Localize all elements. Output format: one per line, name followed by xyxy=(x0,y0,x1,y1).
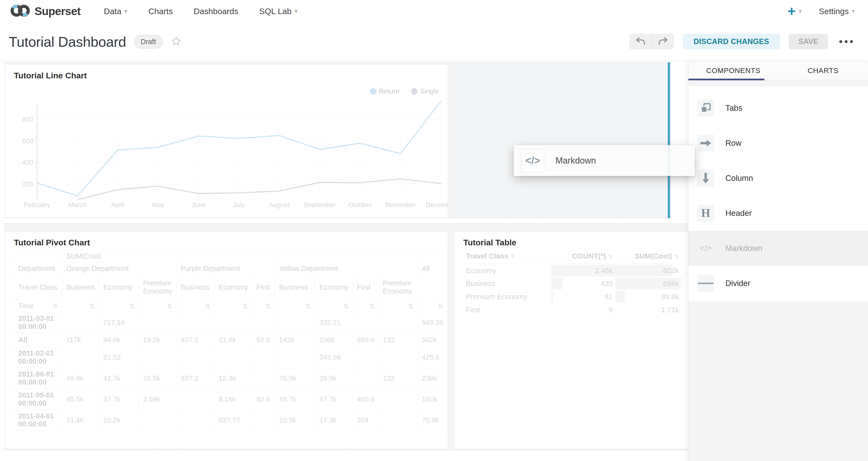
sort-icon[interactable]: ⇅ xyxy=(438,302,443,310)
new-item-button[interactable]: + ▾ xyxy=(787,4,802,18)
pivot-chart-card[interactable]: Tutorial Pivot Chart SUM(Cost)Department… xyxy=(4,231,448,449)
column-header-travel-class[interactable]: Travel Class⇅ xyxy=(463,248,551,264)
dashboard-header: Tutorial Dashboard Draft xyxy=(0,22,868,61)
pivot-sort-cell: ⇅ xyxy=(379,300,418,312)
pivot-value-cell xyxy=(353,368,379,389)
redo-button[interactable] xyxy=(652,34,674,50)
pivot-value-cell: 15.2k xyxy=(99,410,139,431)
settings-menu[interactable]: Settings▾ xyxy=(819,7,855,16)
sort-icon[interactable]: ⇅ xyxy=(129,302,135,310)
legend-item-single[interactable]: Single xyxy=(411,87,439,95)
nav-item-dashboards[interactable]: Dashboards xyxy=(194,7,238,16)
pivot-value-cell: 549.35 xyxy=(417,312,447,333)
column-header-count-[interactable]: COUNT(*)⇅ xyxy=(551,248,615,264)
undo-button[interactable] xyxy=(629,34,652,50)
pivot-column-header: Business xyxy=(275,275,315,300)
save-button[interactable]: SAVE xyxy=(789,34,828,50)
pivot-value-cell xyxy=(275,347,315,368)
pivot-value-cell xyxy=(252,347,275,368)
svg-text:February: February xyxy=(24,201,50,209)
pivot-value-cell: 332.21 xyxy=(315,312,353,333)
sidebar-item-divider[interactable]: Divider xyxy=(688,266,868,301)
drag-preview-markdown[interactable]: </> Markdown xyxy=(514,145,695,176)
top-navbar: Superset Data▾ Charts Dashboards SQL Lab… xyxy=(0,0,868,22)
pivot-row: All117k94.9k19.2k937.221.4k92.6142k106k6… xyxy=(14,333,447,347)
pivot-sort-cell: ⇅ xyxy=(353,300,379,312)
pivot-value-cell: 19.2k xyxy=(139,333,177,347)
nav-item-data[interactable]: Data▾ xyxy=(104,7,127,16)
star-icon[interactable] xyxy=(170,35,182,48)
line-chart-card[interactable]: Tutorial Line Chart FebruaryMarchAprilMa… xyxy=(4,64,448,218)
markdown-icon: </> xyxy=(697,240,714,257)
svg-text:600: 600 xyxy=(22,137,33,145)
nav-item-charts[interactable]: Charts xyxy=(149,7,173,16)
pivot-value-cell: 106k xyxy=(315,333,353,347)
sort-icon[interactable]: ⇅ xyxy=(243,302,248,310)
legend-item-return[interactable]: Return xyxy=(370,87,399,95)
ellipsis-icon[interactable] xyxy=(837,38,855,45)
pivot-value-cell: 425.5 xyxy=(417,347,447,368)
table-chart-grid: Travel Class⇅COUNT(*)⇅SUM(Cost)⇅Economy2… xyxy=(463,248,681,316)
pivot-column-header: Economy xyxy=(99,275,139,300)
plus-icon: + xyxy=(787,4,796,18)
sidebar-item-label: Column xyxy=(725,174,753,183)
sort-icon[interactable]: ⇅ xyxy=(205,302,211,310)
pivot-column-header: Economy xyxy=(214,275,252,300)
sidebar-item-tabs[interactable]: Tabs xyxy=(688,91,868,126)
pivot-value-cell xyxy=(353,347,379,368)
brand-name: Superset xyxy=(35,5,81,18)
nav-item-sql-lab[interactable]: SQL Lab▾ xyxy=(259,7,298,16)
table-chart-card[interactable]: Tutorial Table Travel Class⇅COUNT(*)⇅SUM… xyxy=(454,231,688,449)
sidebar-item-label: Row xyxy=(725,139,741,148)
sidebar-item-header[interactable]: HHeader xyxy=(688,196,868,231)
dashboard-row-1[interactable]: Tutorial Line Chart FebruaryMarchAprilMa… xyxy=(4,62,671,218)
sort-icon[interactable]: ⇅ xyxy=(305,302,311,310)
pivot-value-cell xyxy=(62,347,99,368)
tab-components[interactable]: COMPONENTS xyxy=(688,61,778,80)
pivot-value-cell: 132 xyxy=(379,333,418,347)
sidebar-strip xyxy=(688,80,868,87)
sort-icon[interactable]: ⇅ xyxy=(369,302,375,310)
sort-icon[interactable]: ⇅ xyxy=(167,302,173,310)
pivot-value-cell: 142k xyxy=(275,333,315,347)
pivot-sort-cell: ⇅ xyxy=(275,300,315,312)
pivot-column-header: First xyxy=(252,275,275,300)
svg-text:</>: </> xyxy=(700,243,712,253)
svg-text:May: May xyxy=(152,201,164,209)
pivot-value-cell: 41.7k xyxy=(99,368,139,389)
dashboard-row-2[interactable]: Tutorial Pivot Chart SUM(Cost)Department… xyxy=(4,223,688,450)
column-header-sum-cost-[interactable]: SUM(Cost)⇅ xyxy=(615,248,681,264)
pivot-value-cell: 15.9k xyxy=(275,410,315,431)
pivot-group-header: Yellow Department xyxy=(275,263,417,275)
sidebar-item-markdown[interactable]: </>Markdown xyxy=(688,231,868,266)
chart-legend: ReturnSingle xyxy=(370,87,439,95)
sidebar-item-column[interactable]: Column xyxy=(688,161,868,196)
discard-changes-button[interactable]: DISCARD CHANGES xyxy=(683,34,780,50)
sort-icon[interactable]: ⇅ xyxy=(265,302,271,310)
legend-label: Return xyxy=(379,87,399,95)
tabs-icon xyxy=(697,99,714,117)
pivot-group-header: Purple Department xyxy=(177,263,275,275)
pivot-value-cell xyxy=(252,368,275,389)
pivot-value-cell: 927.77 xyxy=(214,410,252,431)
pivot-row-label: 2011-04-01 00:00:00 xyxy=(14,410,62,431)
pivot-value-cell xyxy=(139,312,177,333)
pivot-value-cell: 204 xyxy=(353,410,379,431)
pivot-sort-cell: ⇅ xyxy=(315,300,353,312)
pivot-value-cell xyxy=(379,312,418,333)
pivot-sort-cell: ⇅ xyxy=(139,300,177,312)
pivot-value-cell: 8.16k xyxy=(214,389,252,410)
sort-icon[interactable]: ⇅ xyxy=(90,302,95,310)
pivot-row-label: 2011-03-01 00:00:00 xyxy=(14,312,62,333)
sidebar-item-row[interactable]: Row xyxy=(688,126,868,161)
tab-charts[interactable]: CHARTS xyxy=(778,61,868,80)
sort-icon[interactable]: ⇅ xyxy=(53,302,58,310)
sidebar-item-label: Markdown xyxy=(725,244,763,253)
table-row: First91.71k xyxy=(463,303,681,316)
pivot-sort-cell: ⇅ xyxy=(417,300,447,312)
sort-icon[interactable]: ⇅ xyxy=(343,302,349,310)
superset-logo[interactable]: Superset xyxy=(10,3,81,19)
pivot-value-cell: 94.9k xyxy=(99,333,139,347)
sort-icon[interactable]: ⇅ xyxy=(408,302,414,310)
sort-icon: ⇅ xyxy=(608,254,613,260)
